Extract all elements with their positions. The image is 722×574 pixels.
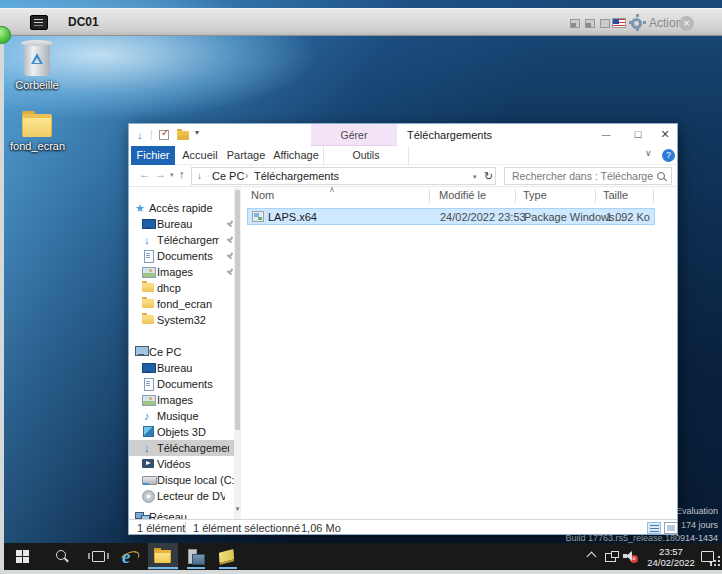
scrollbar-down-icon[interactable] (234, 505, 241, 513)
manage-contextual-header: Gérer (311, 124, 397, 146)
navigation-scrollbar[interactable] (234, 187, 241, 519)
desktop-icon-recycle-bin[interactable]: Corbeille (8, 44, 66, 91)
column-divider[interactable] (515, 189, 516, 203)
start-button[interactable] (16, 543, 40, 570)
app-yellow-book-button[interactable] (214, 543, 242, 570)
breadcrumb-separator (245, 170, 248, 181)
internet-explorer-button[interactable]: e (120, 543, 146, 570)
sidebar-item-bureau[interactable]: Bureau (129, 216, 241, 232)
tab-affichage[interactable]: Affichage (271, 146, 321, 165)
ribbon-collapse-icon[interactable] (645, 148, 652, 158)
close-button[interactable] (650, 124, 680, 145)
sidebar-item-reseau[interactable]: Réseau (129, 509, 241, 519)
desktop-icon (142, 219, 155, 231)
column-divider[interactable] (653, 189, 654, 203)
console-window-control-icon[interactable] (570, 19, 580, 28)
taskbar-clock[interactable]: 23:57 24/02/2022 (643, 546, 699, 568)
tab-outils-application[interactable]: Outils d'application (323, 146, 409, 165)
sidebar-item-pc-objets-3d[interactable]: Objets 3D (129, 424, 241, 440)
sidebar-item-system32[interactable]: System32 (129, 312, 241, 328)
recycle-bin-icon (24, 44, 50, 76)
tab-fichier[interactable]: Fichier (131, 146, 175, 165)
sidebar-item-telechargements[interactable]: Téléchargements (129, 232, 241, 248)
file-row-laps-x64[interactable]: LAPS.x64 24/02/2022 23:53 Package Window… (247, 208, 655, 225)
yellow-book-icon (219, 549, 234, 563)
volume-tray-button[interactable] (622, 543, 640, 570)
column-header-nom[interactable]: Nom (251, 189, 274, 201)
address-dropdown-icon[interactable] (473, 173, 477, 181)
customize-quick-access-icon[interactable] (195, 128, 199, 137)
sidebar-item-pc-telechargements[interactable]: Téléchargements (129, 440, 234, 456)
maximize-button[interactable] (623, 124, 653, 145)
taskbar: e 23:57 24/02/2022 (4, 543, 722, 570)
sidebar-item-pc-disque-c[interactable]: Disque local (C:) (129, 472, 241, 488)
tray-overflow-button[interactable] (586, 543, 602, 570)
breadcrumb-telechargements[interactable]: Téléchargements (254, 170, 339, 182)
sidebar-item-pc-documents[interactable]: Documents (129, 376, 241, 392)
volume-muted-icon (623, 550, 637, 562)
back-icon[interactable] (139, 168, 150, 180)
search-box[interactable] (504, 167, 672, 185)
sidebar-item-documents[interactable]: Documents (129, 248, 241, 264)
sidebar-item-pc-videos[interactable]: Vidéos (129, 456, 241, 472)
console-window-icon (30, 15, 48, 30)
folder-icon (142, 283, 155, 295)
sidebar-item-dhcp[interactable]: dhcp (129, 280, 241, 296)
refresh-icon[interactable] (484, 170, 493, 183)
tab-partage[interactable]: Partage (225, 146, 267, 165)
action-center-button[interactable] (700, 543, 718, 570)
search-icon (56, 550, 69, 563)
thumbnails-view-icon[interactable] (664, 522, 678, 534)
keyboard-layout-flag-icon[interactable] (612, 18, 626, 28)
column-header-modifie-le[interactable]: Modifié le (439, 189, 486, 201)
task-view-button[interactable] (92, 543, 116, 570)
search-icon[interactable] (657, 172, 667, 182)
running-indicator (187, 567, 205, 569)
tab-accueil[interactable]: Accueil (179, 146, 221, 165)
sidebar-item-ce-pc[interactable]: Ce PC (129, 344, 241, 360)
desktop-icon-fond-ecran[interactable]: fond_ecran (10, 114, 64, 152)
help-icon[interactable] (662, 149, 675, 162)
minimize-button[interactable] (591, 124, 621, 145)
column-headers: Nom Modifié le Type Taille (241, 187, 677, 205)
sidebar-item-pc-images[interactable]: Images (129, 392, 241, 408)
chevron-up-icon (587, 552, 597, 562)
local-disk-icon (142, 476, 155, 488)
sidebar-item-images[interactable]: Images (129, 264, 241, 280)
file-explorer-button[interactable] (148, 543, 178, 570)
sidebar-item-pc-dvd[interactable]: Lecteur de DVD (129, 488, 241, 504)
column-header-type[interactable]: Type (523, 189, 547, 201)
console-window-control-icon[interactable] (585, 19, 595, 28)
quick-access-downloads-icon[interactable] (137, 129, 143, 141)
sidebar-item-fond-ecran[interactable]: fond_ecran (129, 296, 241, 312)
file-list: Nom Modifié le Type Taille LAPS.x64 24/0… (241, 187, 677, 519)
sidebar-item-pc-bureau[interactable]: Bureau (129, 360, 241, 376)
console-window-control-icon[interactable] (600, 19, 610, 28)
documents-icon (142, 250, 155, 262)
column-header-taille[interactable]: Taille (603, 189, 628, 201)
scrollbar-thumb[interactable] (235, 190, 240, 430)
search-input[interactable] (510, 169, 656, 183)
sidebar-item-acces-rapide[interactable]: Accès rapide (129, 200, 241, 216)
taskbar-search-button[interactable] (56, 543, 80, 570)
breadcrumb-ce-pc[interactable]: Ce PC (212, 170, 244, 182)
address-bar[interactable]: Ce PC Téléchargements (191, 167, 496, 185)
column-divider[interactable] (429, 189, 430, 203)
msi-package-icon (252, 211, 264, 222)
resize-grip[interactable] (718, 564, 720, 566)
folder-icon (22, 114, 52, 137)
downloads-icon (142, 234, 155, 246)
forward-icon[interactable] (155, 168, 166, 180)
details-view-icon[interactable] (647, 522, 661, 534)
properties-icon[interactable] (159, 130, 169, 140)
up-icon[interactable] (179, 168, 185, 180)
network-tray-button[interactable] (604, 543, 622, 570)
gear-icon[interactable] (631, 18, 642, 29)
server-manager-button[interactable] (182, 543, 210, 570)
recent-locations-icon[interactable] (170, 171, 174, 179)
computer-icon (135, 346, 148, 358)
new-folder-icon[interactable] (177, 131, 189, 140)
sidebar-item-pc-musique[interactable]: Musique (129, 408, 241, 424)
column-divider[interactable] (595, 189, 596, 203)
console-close-icon[interactable]: × (679, 16, 694, 31)
